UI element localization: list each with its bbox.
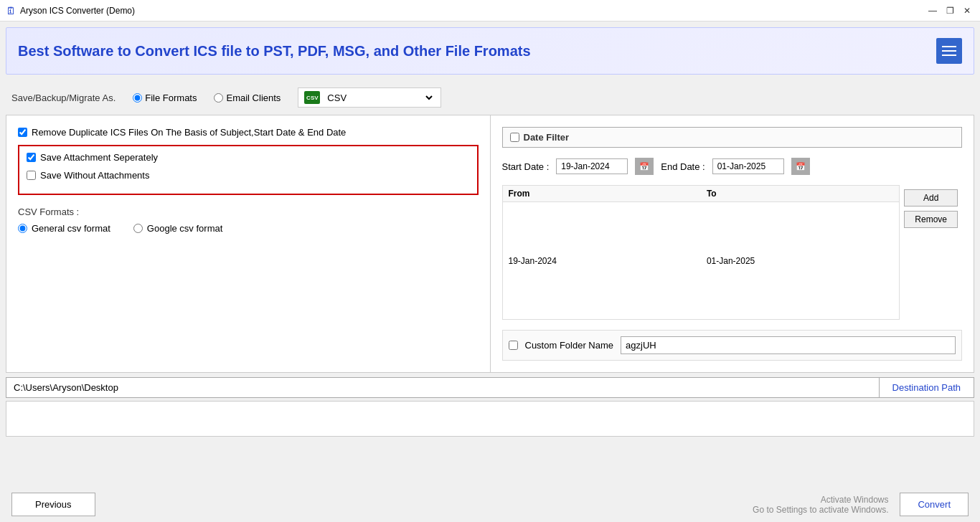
footer: Previous Activate Windows Go to Settings… xyxy=(0,487,980,522)
save-attachment-label: Save Attachment Seperately xyxy=(40,152,158,163)
end-date-label: End Date : xyxy=(661,161,705,172)
output-area xyxy=(6,401,974,437)
hamburger-line xyxy=(942,50,956,52)
custom-folder-input[interactable] xyxy=(621,336,956,354)
right-panel: Date Filter Start Date : 📅 End Date : 📅 xyxy=(491,115,974,372)
table-row: 19-Jan-2024 01-Jan-2025 xyxy=(503,202,900,320)
google-csv-radio-input[interactable] xyxy=(133,224,143,233)
hamburger-button[interactable] xyxy=(936,38,962,64)
left-panel: Remove Duplicate ICS Files On The Basis … xyxy=(6,115,491,372)
to-column-header: To xyxy=(701,186,899,202)
custom-folder-checkbox[interactable] xyxy=(509,341,518,350)
titlebar: 🗓 Aryson ICS Converter (Demo) — ❐ ✕ xyxy=(0,0,980,22)
to-value: 01-Jan-2025 xyxy=(701,202,899,320)
from-value: 19-Jan-2024 xyxy=(503,202,701,320)
file-formats-radio[interactable]: File Formats xyxy=(133,92,197,103)
save-without-checkbox[interactable] xyxy=(27,171,36,180)
titlebar-controls: — ❐ ✕ xyxy=(925,4,974,18)
hamburger-line xyxy=(942,46,956,47)
activate-windows-text: Activate Windows Go to Settings to activ… xyxy=(753,495,888,515)
footer-right: Activate Windows Go to Settings to activ… xyxy=(753,493,969,516)
general-csv-radio[interactable]: General csv format xyxy=(18,223,110,234)
general-csv-label: General csv format xyxy=(32,223,110,234)
minimize-button[interactable]: — xyxy=(925,4,940,18)
save-without-row: Save Without Attachments xyxy=(27,170,470,181)
from-column-header: From xyxy=(503,186,701,202)
file-formats-radio-input[interactable] xyxy=(133,93,142,103)
format-select[interactable]: CSV PST PDF MSG EML HTML MBOX xyxy=(324,92,435,104)
start-date-input[interactable] xyxy=(556,158,628,174)
google-csv-label: Google csv format xyxy=(147,223,223,234)
header-banner: Best Software to Convert ICS file to PST… xyxy=(6,27,974,75)
restore-button[interactable]: ❐ xyxy=(943,4,957,18)
attachment-options-box: Save Attachment Seperately Save Without … xyxy=(18,145,479,195)
app-icon: 🗓 xyxy=(6,5,16,16)
remove-duplicate-label: Remove Duplicate ICS Files On The Basis … xyxy=(32,127,346,138)
start-date-calendar-button[interactable]: 📅 xyxy=(635,158,654,175)
save-label: Save/Backup/Migrate As. xyxy=(11,92,116,103)
custom-folder-label: Custom Folder Name xyxy=(525,340,614,351)
start-date-label: Start Date : xyxy=(502,161,550,172)
save-attachment-checkbox[interactable] xyxy=(27,153,36,162)
date-table-wrapper: From To 19-Jan-2024 01-Jan-2025 xyxy=(502,185,900,320)
main-content: Remove Duplicate ICS Files On The Basis … xyxy=(6,115,974,373)
destination-path-button[interactable]: Destination Path xyxy=(880,377,974,398)
csv-formats-label: CSV Formats : xyxy=(18,207,479,217)
date-table: From To 19-Jan-2024 01-Jan-2025 xyxy=(503,186,900,319)
email-clients-label: Email Clients xyxy=(226,92,281,103)
custom-folder-row: Custom Folder Name xyxy=(502,330,963,361)
date-filter-label: Date Filter xyxy=(524,132,570,143)
csv-icon: CSV xyxy=(304,91,320,104)
add-remove-column: Add Remove xyxy=(900,185,962,320)
date-filter-checkbox[interactable] xyxy=(510,133,519,142)
app-title: Aryson ICS Converter (Demo) xyxy=(20,6,135,16)
titlebar-left: 🗓 Aryson ICS Converter (Demo) xyxy=(6,5,135,16)
header-title: Best Software to Convert ICS file to PST… xyxy=(18,43,531,60)
google-csv-radio[interactable]: Google csv format xyxy=(133,223,223,234)
path-row: Destination Path xyxy=(6,377,974,398)
email-clients-radio-input[interactable] xyxy=(214,93,223,103)
activate-line1: Activate Windows xyxy=(753,495,888,505)
format-dropdown-wrapper[interactable]: CSV CSV PST PDF MSG EML HTML MBOX xyxy=(298,87,441,108)
path-input[interactable] xyxy=(6,377,880,398)
end-date-calendar-button[interactable]: 📅 xyxy=(791,158,810,175)
add-button[interactable]: Add xyxy=(904,189,958,207)
end-date-input[interactable] xyxy=(712,158,784,174)
remove-button[interactable]: Remove xyxy=(904,211,958,228)
date-range-row: Start Date : 📅 End Date : 📅 xyxy=(502,158,963,175)
email-clients-radio[interactable]: Email Clients xyxy=(214,92,281,103)
file-formats-label: File Formats xyxy=(145,92,197,103)
general-csv-radio-input[interactable] xyxy=(18,224,27,233)
hamburger-line xyxy=(942,54,956,56)
close-button[interactable]: ✕ xyxy=(960,4,974,18)
previous-button[interactable]: Previous xyxy=(11,493,95,516)
toolbar: Save/Backup/Migrate As. File Formats Ema… xyxy=(0,80,980,115)
save-attachment-row: Save Attachment Seperately xyxy=(27,152,470,163)
save-without-label: Save Without Attachments xyxy=(40,170,149,181)
date-filter-section: Date Filter xyxy=(502,127,963,148)
remove-duplicate-row: Remove Duplicate ICS Files On The Basis … xyxy=(18,127,479,138)
date-table-area: From To 19-Jan-2024 01-Jan-2025 xyxy=(502,185,963,320)
remove-duplicate-checkbox[interactable] xyxy=(18,128,27,137)
activate-line2: Go to Settings to activate Windows. xyxy=(753,505,888,515)
convert-button[interactable]: Convert xyxy=(900,493,969,516)
